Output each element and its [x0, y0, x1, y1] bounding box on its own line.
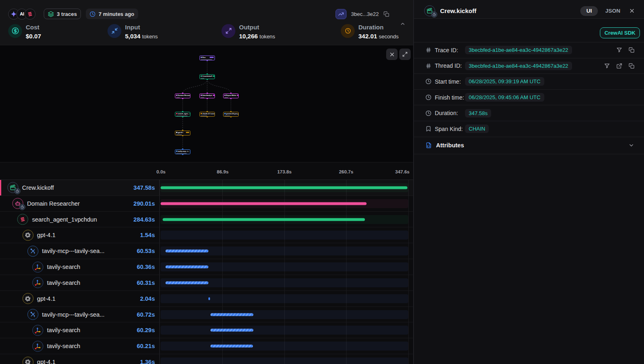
sdk-badge: CrewAI SDK [600, 27, 640, 38]
traces-count-badge[interactable]: 3 traces [44, 9, 81, 19]
trend-button[interactable] [335, 9, 347, 19]
span-bar [161, 202, 367, 205]
stat-output: Output 10,266 tokens [221, 22, 341, 40]
tab-json[interactable]: JSON [605, 8, 620, 14]
stat-label: Input [125, 23, 158, 31]
filter-button[interactable] [604, 63, 610, 69]
stat-label: Output [239, 23, 275, 31]
crew-icon [7, 182, 18, 193]
graph-expand-button[interactable] [399, 49, 411, 60]
span-row-search-agent-1vpchdun[interactable]: search_agent_1vpchdun 284.63s [0, 212, 413, 228]
trace-graph-minimap[interactable]: Run Crew.kickoff Domain Research Data An… [0, 45, 413, 162]
span-bar [210, 313, 254, 316]
copy-run-id-button[interactable] [383, 11, 389, 17]
graph-node-domain[interactable]: Domain Research [175, 93, 190, 98]
span-duration: 60.72s [137, 311, 159, 318]
span-row-domain-researcher[interactable]: Domain Researcher 290.01s [0, 196, 413, 212]
graph-edges [0, 45, 413, 162]
detail-actions [604, 63, 635, 69]
span-duration: 60.36s [137, 264, 159, 270]
detail-actions [616, 47, 635, 53]
copy-icon [383, 11, 389, 17]
detail-close-button[interactable] [629, 8, 635, 14]
openai-icon [22, 357, 34, 364]
span-duration: 60.21s [137, 343, 159, 349]
stat-cost: Cost $0.07 [8, 22, 107, 40]
copy-button[interactable] [628, 63, 635, 69]
node-subtitle [176, 115, 188, 116]
graph-node-search[interactable]: search_agen... [175, 112, 190, 117]
span-label: tavily-mcp---tavily-sea... [42, 311, 105, 318]
span-label: search_agent_1vpchdun [32, 216, 97, 223]
trace-panel: AI 3 traces 7 minutes ago 3bec...3e22 [0, 0, 414, 364]
tavily-icon [32, 262, 43, 273]
span-bar [165, 266, 208, 269]
span-row-tavily-search[interactable]: tavily-search 60.31s [0, 275, 413, 291]
attributes-chevron-button[interactable] [628, 142, 635, 149]
node-subtitle [176, 153, 187, 154]
span-name-cell: tavily-mcp---tavily-sea... 60.53s [0, 243, 159, 259]
span-row-tavily-search[interactable]: tavily-search 60.29s [0, 322, 413, 338]
span-row-gpt-4.1[interactable]: gpt-4.1 2.04s [0, 291, 413, 307]
detail-value: CHAIN [465, 124, 489, 133]
span-row-tavily-mcp---tavily-sea...[interactable]: tavily-mcp---tavily-sea... 60.72s [0, 307, 413, 323]
node-icon [201, 95, 202, 96]
attributes-row[interactable]: Attributes [414, 137, 644, 154]
collapse-stats-button[interactable] [400, 21, 406, 27]
span-track [161, 357, 408, 364]
span-duration: 60.53s [137, 248, 159, 254]
span-row-crew.kickoff[interactable]: Crew.kickoff 347.58s [0, 180, 413, 196]
graph-node-writer[interactable]: Report Writer [223, 93, 239, 98]
tab-ui[interactable]: UI [580, 6, 598, 16]
span-track [161, 231, 408, 240]
node-icon [201, 57, 202, 58]
span-label: gpt-4.1 [37, 232, 56, 238]
time-ago-badge: 7 minutes ago [86, 9, 138, 19]
copy-button[interactable] [628, 47, 635, 53]
graph-node-gemini[interactable]: gemini-2.5-pro-pr... [223, 112, 239, 117]
span-row-gpt-4.1[interactable]: gpt-4.1 1.36s [0, 354, 413, 364]
graph-node-gpt[interactable]: gpt-4.1 [175, 131, 190, 135]
node-title-row: search_agen... [176, 113, 189, 115]
span-duration: 284.63s [134, 216, 159, 223]
open-external-button[interactable] [616, 63, 622, 69]
span-row-tavily-mcp---tavily-sea...[interactable]: tavily-mcp---tavily-sea... 60.53s [0, 243, 413, 259]
graph-node-tavily[interactable]: tavily-mcp---t... [175, 149, 190, 154]
span-timeline-cell [159, 227, 413, 243]
span-row-tavily-search[interactable]: tavily-search 60.36s [0, 259, 413, 275]
trace-meta-row: AI 3 traces 7 minutes ago 3bec...3e22 [8, 0, 405, 22]
span-row-gpt-4.1[interactable]: gpt-4.1 1.54s [0, 227, 413, 243]
graph-node-run[interactable]: Run [199, 55, 215, 60]
sdk-row: CrewAI SDK [414, 19, 644, 42]
graph-node-claude[interactable]: claude-3.7-sonnet [199, 112, 215, 117]
detail-label: Span Kind: [435, 126, 463, 132]
openai-icon [22, 293, 34, 304]
span-waterfall: 0.0s86.9s173.8s260.7s347.6s Crew.kickoff… [0, 162, 413, 364]
span-row-tavily-search[interactable]: tavily-search 60.21s [0, 338, 413, 354]
hash-icon [425, 63, 432, 69]
stat-label: Duration [358, 23, 398, 31]
span-timeline-cell [159, 212, 413, 227]
span-duration: 60.29s [137, 327, 159, 333]
filter-button[interactable] [616, 47, 622, 53]
node-icon [176, 151, 177, 152]
arrowsin-icon [107, 24, 121, 38]
graph-node-analyst[interactable]: Data Analyst [199, 93, 215, 98]
detail-header: Crew.kickoff UI JSON [414, 0, 644, 19]
graph-close-button[interactable] [386, 49, 398, 60]
timer-badge-icon [14, 188, 20, 194]
detail-row-duration-: Duration: 347.58s [414, 105, 644, 121]
detail-row-start-time-: Start time: 06/28/2025, 09:39:19 AM UTC [414, 74, 644, 90]
tools-icon [27, 246, 38, 257]
span-label: tavily-mcp---tavily-sea... [42, 248, 105, 254]
span-timeline-cell [159, 354, 413, 364]
stat-value: 10,266 tokens [239, 33, 275, 40]
node-title-row: gpt-4.1 [176, 131, 189, 133]
close-icon [389, 51, 395, 58]
node-title-row: Crew.kickoff [201, 75, 214, 77]
span-name-cell: Crew.kickoff 347.58s [0, 180, 159, 195]
span-duration: 290.01s [134, 200, 159, 207]
openai-icon [22, 230, 34, 241]
tavily-icon [32, 341, 43, 352]
graph-node-crew[interactable]: Crew.kickoff [199, 74, 215, 79]
